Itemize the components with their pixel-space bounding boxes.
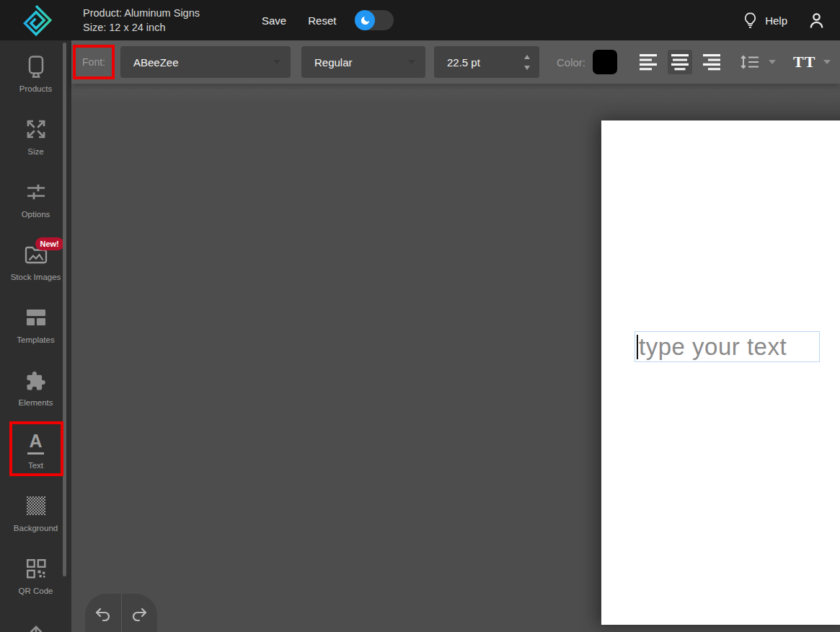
align-right-button[interactable] xyxy=(699,50,724,74)
sidebar-item-label: Stock Images xyxy=(11,273,61,281)
redo-icon xyxy=(130,606,149,623)
font-family-value: ABeeZee xyxy=(133,56,179,69)
sidebar-item-background[interactable]: Background xyxy=(0,494,71,557)
size-icon xyxy=(25,118,47,140)
qr-code-icon xyxy=(25,558,47,579)
sidebar-item-label: Size xyxy=(27,147,43,156)
sidebar-item-upload[interactable] xyxy=(0,620,71,632)
undo-redo-group xyxy=(85,594,157,632)
spin-down-icon[interactable] xyxy=(524,66,530,70)
design-canvas[interactable]: type your text xyxy=(71,84,840,632)
lightbulb-icon[interactable] xyxy=(743,12,758,29)
sidebar-scrollbar[interactable] xyxy=(63,43,66,576)
font-size-value: 22.5 pt xyxy=(447,56,480,69)
new-badge: New! xyxy=(35,237,64,250)
sidebar-item-label: Background xyxy=(14,524,58,532)
sidebar-item-elements[interactable]: Elements xyxy=(0,369,71,431)
font-label-highlight: Font: xyxy=(73,45,115,79)
text-color-swatch[interactable] xyxy=(593,50,617,74)
line-height-icon xyxy=(740,54,760,70)
sidebar-item-size[interactable]: Size xyxy=(0,118,71,180)
chevron-down-icon xyxy=(823,60,831,64)
text-icon: A xyxy=(27,432,43,455)
align-left-icon xyxy=(639,53,658,71)
color-label: Color: xyxy=(557,56,585,69)
logo-spiral-icon xyxy=(20,4,52,36)
align-left-button[interactable] xyxy=(636,50,660,74)
sidebar-item-label: QR Code xyxy=(19,587,53,595)
font-size-stepper[interactable]: 22.5 pt xyxy=(434,46,539,78)
product-name: Product: Aluminum Signs xyxy=(83,6,220,20)
text-toolbar: Font: ABeeZee Regular 22.5 pt Color: xyxy=(71,40,840,84)
line-height-dropdown[interactable] xyxy=(740,54,776,70)
align-center-icon xyxy=(671,53,689,71)
sidebar-item-options[interactable]: Options xyxy=(0,180,71,243)
elements-puzzle-icon xyxy=(26,370,46,390)
text-cursor xyxy=(637,335,638,359)
text-placeholder: type your text xyxy=(639,335,787,359)
sidebar-item-label: Elements xyxy=(19,398,53,407)
account-button[interactable] xyxy=(808,12,826,30)
product-size: Size: 12 x 24 inch xyxy=(83,20,220,35)
font-label: Font: xyxy=(82,56,105,68)
options-sliders-icon xyxy=(25,183,47,201)
undo-button[interactable] xyxy=(85,594,121,632)
undo-icon xyxy=(94,606,112,623)
person-icon xyxy=(808,12,826,30)
sidebar-item-qr-code[interactable]: QR Code xyxy=(0,557,71,620)
sidebar-item-templates[interactable]: Templates xyxy=(0,306,71,369)
templates-icon xyxy=(25,308,47,327)
topbar-right-group: Help xyxy=(743,12,826,30)
redo-button[interactable] xyxy=(121,594,157,632)
topbar: Product: Aluminum Signs Size: 12 x 24 in… xyxy=(0,0,840,40)
sidebar-item-label: Text xyxy=(28,461,43,470)
theme-toggle[interactable] xyxy=(355,10,394,30)
sidebar-item-label: Options xyxy=(22,210,50,219)
sidebar-item-products[interactable]: Products xyxy=(0,55,71,118)
sidebar-item-text[interactable]: A Text xyxy=(0,431,71,494)
artboard[interactable]: type your text xyxy=(601,120,840,625)
upload-icon xyxy=(25,620,47,632)
align-right-icon xyxy=(702,53,721,71)
text-case-dropdown[interactable]: TT xyxy=(793,53,831,71)
app-logo[interactable] xyxy=(0,4,71,36)
background-checker-icon xyxy=(27,496,45,515)
sidebar-item-label: Templates xyxy=(17,335,54,344)
chevron-down-icon xyxy=(273,60,280,64)
text-element[interactable]: type your text xyxy=(635,331,820,362)
product-info: Product: Aluminum Signs Size: 12 x 24 in… xyxy=(83,6,220,35)
chevron-down-icon xyxy=(408,60,415,64)
font-style-dropdown[interactable]: Regular xyxy=(301,46,425,78)
save-button[interactable]: Save xyxy=(262,14,286,27)
font-family-dropdown[interactable]: ABeeZee xyxy=(120,46,291,78)
spin-up-icon[interactable] xyxy=(524,55,530,59)
help-button[interactable]: Help xyxy=(765,14,787,27)
text-case-label: TT xyxy=(793,53,815,71)
sidebar: Products Size Options New! Stock Im xyxy=(0,40,71,632)
products-icon xyxy=(25,55,47,78)
sidebar-item-label: Products xyxy=(19,84,52,93)
sidebar-item-stock-images[interactable]: New! Stock Images xyxy=(0,243,71,306)
font-size-spin-buttons xyxy=(524,55,530,70)
font-style-value: Regular xyxy=(314,56,353,69)
align-center-button[interactable] xyxy=(668,50,692,74)
alignment-group xyxy=(636,50,724,74)
chevron-down-icon xyxy=(769,60,776,64)
reset-button[interactable]: Reset xyxy=(308,14,336,27)
moon-icon xyxy=(360,15,371,26)
theme-toggle-knob xyxy=(355,10,375,30)
